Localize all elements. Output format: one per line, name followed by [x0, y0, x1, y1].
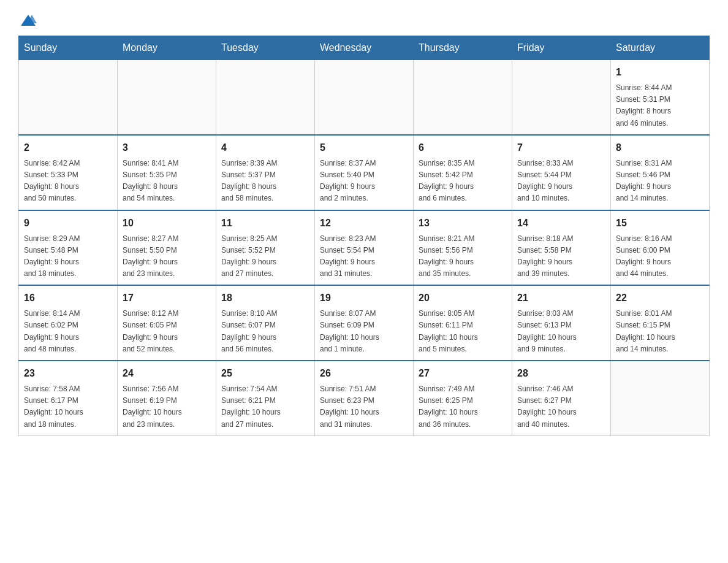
calendar-week-row: 16Sunrise: 8:14 AM Sunset: 6:02 PM Dayli… [19, 285, 710, 361]
day-number: 9 [24, 216, 112, 231]
table-row [414, 60, 512, 135]
table-row: 28Sunrise: 7:46 AM Sunset: 6:27 PM Dayli… [512, 361, 611, 435]
day-number: 17 [123, 291, 211, 305]
table-row: 6Sunrise: 8:35 AM Sunset: 5:42 PM Daylig… [414, 135, 512, 210]
day-number: 3 [123, 140, 211, 155]
day-number: 20 [419, 291, 507, 305]
day-info: Sunrise: 7:54 AM Sunset: 6:21 PM Dayligh… [221, 383, 309, 431]
table-row: 9Sunrise: 8:29 AM Sunset: 5:48 PM Daylig… [19, 210, 118, 286]
day-info: Sunrise: 8:16 AM Sunset: 6:00 PM Dayligh… [616, 233, 704, 280]
day-info: Sunrise: 7:51 AM Sunset: 6:23 PM Dayligh… [320, 383, 408, 431]
table-row: 3Sunrise: 8:41 AM Sunset: 5:35 PM Daylig… [118, 135, 216, 210]
day-number: 21 [517, 291, 605, 305]
logo-icon [20, 12, 37, 29]
table-row: 2Sunrise: 8:42 AM Sunset: 5:33 PM Daylig… [19, 135, 118, 210]
table-row [216, 60, 315, 135]
day-number: 22 [616, 291, 704, 305]
table-row: 13Sunrise: 8:21 AM Sunset: 5:56 PM Dayli… [414, 210, 512, 286]
day-number: 7 [517, 140, 605, 155]
table-row [611, 361, 710, 435]
day-info: Sunrise: 8:23 AM Sunset: 5:54 PM Dayligh… [320, 233, 408, 280]
day-info: Sunrise: 8:37 AM Sunset: 5:40 PM Dayligh… [320, 158, 408, 205]
day-info: Sunrise: 7:56 AM Sunset: 6:19 PM Dayligh… [123, 383, 211, 431]
day-info: Sunrise: 8:35 AM Sunset: 5:42 PM Dayligh… [419, 158, 507, 205]
table-row [512, 60, 611, 135]
day-number: 2 [24, 140, 112, 155]
day-number: 26 [320, 366, 408, 381]
calendar-week-row: 9Sunrise: 8:29 AM Sunset: 5:48 PM Daylig… [19, 210, 710, 286]
day-info: Sunrise: 8:42 AM Sunset: 5:33 PM Dayligh… [24, 158, 112, 205]
day-info: Sunrise: 7:46 AM Sunset: 6:27 PM Dayligh… [517, 383, 605, 431]
header-wednesday: Wednesday [315, 36, 414, 60]
table-row: 4Sunrise: 8:39 AM Sunset: 5:37 PM Daylig… [216, 135, 315, 210]
day-number: 11 [221, 216, 309, 231]
day-info: Sunrise: 8:27 AM Sunset: 5:50 PM Dayligh… [123, 233, 211, 280]
day-number: 28 [517, 366, 605, 381]
table-row: 23Sunrise: 7:58 AM Sunset: 6:17 PM Dayli… [19, 361, 118, 435]
table-row [19, 60, 118, 135]
day-number: 23 [24, 366, 112, 381]
calendar-week-row: 2Sunrise: 8:42 AM Sunset: 5:33 PM Daylig… [19, 135, 710, 210]
table-row: 16Sunrise: 8:14 AM Sunset: 6:02 PM Dayli… [19, 285, 118, 361]
day-info: Sunrise: 8:14 AM Sunset: 6:02 PM Dayligh… [24, 308, 112, 355]
table-row: 15Sunrise: 8:16 AM Sunset: 6:00 PM Dayli… [611, 210, 710, 286]
table-row: 21Sunrise: 8:03 AM Sunset: 6:13 PM Dayli… [512, 285, 611, 361]
day-info: Sunrise: 8:12 AM Sunset: 6:05 PM Dayligh… [123, 308, 211, 355]
table-row: 20Sunrise: 8:05 AM Sunset: 6:11 PM Dayli… [414, 285, 512, 361]
table-row: 11Sunrise: 8:25 AM Sunset: 5:52 PM Dayli… [216, 210, 315, 286]
table-row: 10Sunrise: 8:27 AM Sunset: 5:50 PM Dayli… [118, 210, 216, 286]
page-header [18, 12, 710, 29]
header-friday: Friday [512, 36, 611, 60]
table-row: 24Sunrise: 7:56 AM Sunset: 6:19 PM Dayli… [118, 361, 216, 435]
day-number: 4 [221, 140, 309, 155]
header-thursday: Thursday [414, 36, 512, 60]
day-number: 16 [24, 291, 112, 305]
calendar-week-row: 1Sunrise: 8:44 AM Sunset: 5:31 PM Daylig… [19, 60, 710, 135]
day-info: Sunrise: 8:18 AM Sunset: 5:58 PM Dayligh… [517, 233, 605, 280]
day-info: Sunrise: 8:10 AM Sunset: 6:07 PM Dayligh… [221, 308, 309, 355]
header-sunday: Sunday [19, 36, 118, 60]
day-number: 27 [419, 366, 507, 381]
day-number: 10 [123, 216, 211, 231]
header-monday: Monday [118, 36, 216, 60]
day-info: Sunrise: 7:58 AM Sunset: 6:17 PM Dayligh… [24, 383, 112, 431]
calendar-table: Sunday Monday Tuesday Wednesday Thursday… [18, 36, 710, 436]
table-row: 7Sunrise: 8:33 AM Sunset: 5:44 PM Daylig… [512, 135, 611, 210]
day-info: Sunrise: 8:01 AM Sunset: 6:15 PM Dayligh… [616, 308, 704, 355]
day-info: Sunrise: 8:05 AM Sunset: 6:11 PM Dayligh… [419, 308, 507, 355]
table-row: 26Sunrise: 7:51 AM Sunset: 6:23 PM Dayli… [315, 361, 414, 435]
day-number: 25 [221, 366, 309, 381]
day-number: 8 [616, 140, 704, 155]
day-number: 1 [616, 65, 704, 80]
weekday-header-row: Sunday Monday Tuesday Wednesday Thursday… [19, 36, 710, 60]
day-info: Sunrise: 8:41 AM Sunset: 5:35 PM Dayligh… [123, 158, 211, 205]
table-row: 1Sunrise: 8:44 AM Sunset: 5:31 PM Daylig… [611, 60, 710, 135]
day-number: 14 [517, 216, 605, 231]
table-row [118, 60, 216, 135]
table-row: 12Sunrise: 8:23 AM Sunset: 5:54 PM Dayli… [315, 210, 414, 286]
day-info: Sunrise: 8:25 AM Sunset: 5:52 PM Dayligh… [221, 233, 309, 280]
day-info: Sunrise: 8:33 AM Sunset: 5:44 PM Dayligh… [517, 158, 605, 205]
day-number: 13 [419, 216, 507, 231]
calendar-week-row: 23Sunrise: 7:58 AM Sunset: 6:17 PM Dayli… [19, 361, 710, 435]
day-info: Sunrise: 8:44 AM Sunset: 5:31 PM Dayligh… [616, 82, 704, 129]
table-row: 18Sunrise: 8:10 AM Sunset: 6:07 PM Dayli… [216, 285, 315, 361]
day-number: 15 [616, 216, 704, 231]
table-row: 17Sunrise: 8:12 AM Sunset: 6:05 PM Dayli… [118, 285, 216, 361]
day-info: Sunrise: 8:07 AM Sunset: 6:09 PM Dayligh… [320, 308, 408, 355]
day-number: 5 [320, 140, 408, 155]
table-row: 19Sunrise: 8:07 AM Sunset: 6:09 PM Dayli… [315, 285, 414, 361]
table-row: 14Sunrise: 8:18 AM Sunset: 5:58 PM Dayli… [512, 210, 611, 286]
day-info: Sunrise: 8:03 AM Sunset: 6:13 PM Dayligh… [517, 308, 605, 355]
table-row [315, 60, 414, 135]
day-info: Sunrise: 7:49 AM Sunset: 6:25 PM Dayligh… [419, 383, 507, 431]
day-info: Sunrise: 8:31 AM Sunset: 5:46 PM Dayligh… [616, 158, 704, 205]
table-row: 25Sunrise: 7:54 AM Sunset: 6:21 PM Dayli… [216, 361, 315, 435]
day-number: 24 [123, 366, 211, 381]
day-number: 19 [320, 291, 408, 305]
logo [18, 12, 38, 29]
header-saturday: Saturday [611, 36, 710, 60]
table-row: 22Sunrise: 8:01 AM Sunset: 6:15 PM Dayli… [611, 285, 710, 361]
day-number: 12 [320, 216, 408, 231]
day-number: 18 [221, 291, 309, 305]
